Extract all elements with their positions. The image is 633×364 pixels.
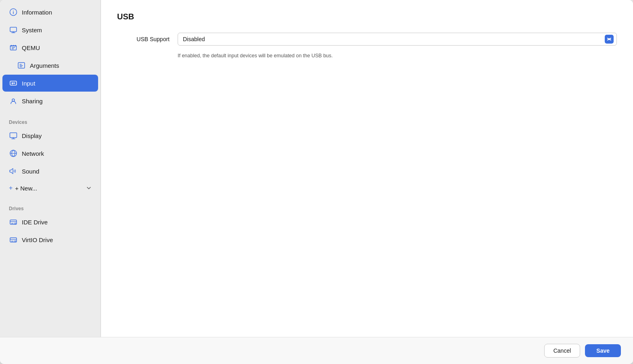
page-title: USB [117, 12, 617, 21]
sidebar-item-virtio-drive[interactable]: VirtIO Drive [2, 231, 98, 248]
save-button[interactable]: Save [585, 344, 621, 357]
svg-point-1 [13, 10, 14, 11]
svg-point-6 [12, 99, 15, 101]
sound-icon [9, 167, 18, 176]
svg-point-10 [15, 223, 16, 224]
svg-rect-7 [10, 133, 17, 138]
svg-rect-2 [10, 27, 17, 32]
sidebar-item-ide-drive-label: IDE Drive [22, 219, 48, 226]
main-panel: USB USB Support Disabled USB 2.0 USB 3.0 [101, 0, 633, 337]
system-icon [9, 25, 18, 34]
sidebar-item-sharing-label: Sharing [22, 98, 43, 105]
ide-drive-icon [9, 218, 18, 226]
footer: Cancel Save [0, 337, 633, 364]
sidebar-item-display[interactable]: Display [2, 127, 98, 144]
sidebar-item-qemu[interactable]: QEMU [2, 39, 98, 56]
devices-section-label: Devices [0, 115, 101, 127]
sidebar-item-sound[interactable]: Sound [2, 163, 98, 180]
sidebar-item-arguments[interactable]: Arguments [2, 57, 98, 74]
sidebar-item-display-label: Display [22, 132, 42, 139]
input-icon [9, 79, 18, 88]
virtio-drive-icon [9, 235, 18, 244]
usb-support-select[interactable]: Disabled USB 2.0 USB 3.0 [178, 33, 617, 46]
sidebar-item-information-label: Information [22, 9, 52, 16]
sidebar-item-input[interactable]: Input [2, 75, 98, 92]
sidebar-item-system-label: System [22, 27, 42, 33]
usb-hint-text: If enabled, the default input devices wi… [178, 53, 617, 59]
display-icon [9, 131, 18, 140]
sidebar-item-network[interactable]: Network [2, 145, 98, 162]
usb-support-row: USB Support Disabled USB 2.0 USB 3.0 [117, 33, 617, 46]
cancel-button[interactable]: Cancel [544, 344, 581, 358]
svg-point-12 [15, 241, 16, 242]
app-window: Information System [0, 0, 633, 364]
drives-section-label: Drives [0, 201, 101, 213]
new-device-button[interactable]: + + New... [2, 180, 98, 196]
sidebar-item-arguments-label: Arguments [30, 62, 59, 69]
sidebar: Information System [0, 0, 101, 337]
sidebar-item-sound-label: Sound [22, 168, 39, 175]
sidebar-item-system[interactable]: System [2, 21, 98, 38]
plus-icon: + [9, 184, 13, 192]
usb-support-label: USB Support [117, 36, 170, 42]
network-icon [9, 149, 18, 158]
separator-devices [0, 110, 101, 115]
usb-support-select-wrapper: Disabled USB 2.0 USB 3.0 [178, 33, 617, 46]
sharing-icon [9, 96, 18, 105]
window-body: Information System [0, 0, 633, 337]
sidebar-item-virtio-drive-label: VirtIO Drive [22, 236, 53, 243]
qemu-icon [9, 43, 18, 52]
sidebar-item-input-label: Input [22, 80, 35, 87]
info-icon [9, 8, 18, 17]
arguments-icon [17, 61, 26, 70]
sidebar-item-network-label: Network [22, 150, 44, 157]
content-spacer [117, 59, 617, 325]
sidebar-item-information[interactable]: Information [2, 4, 98, 21]
svg-rect-3 [10, 46, 17, 50]
sidebar-item-ide-drive[interactable]: IDE Drive [2, 213, 98, 230]
chevron-down-icon [86, 185, 92, 191]
sidebar-item-qemu-label: QEMU [22, 44, 40, 51]
new-button-label: + New... [15, 185, 84, 192]
separator-drives [0, 196, 101, 201]
sidebar-item-sharing[interactable]: Sharing [2, 92, 98, 109]
